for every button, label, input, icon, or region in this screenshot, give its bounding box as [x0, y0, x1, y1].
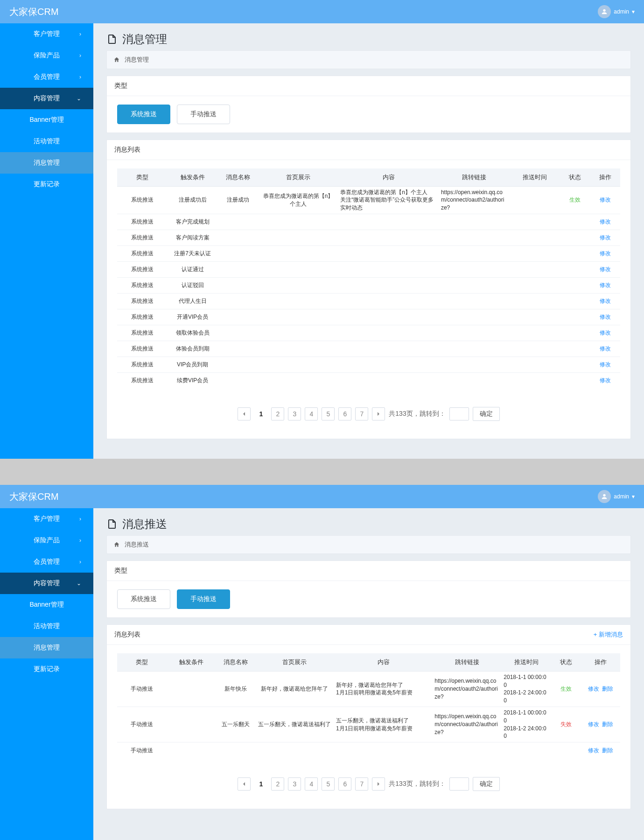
edit-link[interactable]: 修改 [600, 266, 611, 273]
type-panel-title: 类型 [107, 561, 630, 581]
sidebar: 客户管理› 保险产品› 会员管理› 内容管理⌄ Banner管理 活动管理 消息… [0, 23, 93, 459]
pager: 1234567共133页，跳转到：确定 [117, 388, 620, 430]
pager-total: 共133页，跳转到： [389, 410, 445, 418]
avatar-icon [598, 5, 611, 18]
user-menu[interactable]: admin ▾ [598, 490, 635, 503]
table-row: 系统推送注册7天未认证修改 [117, 245, 620, 261]
edit-link[interactable]: 修改 [600, 196, 611, 203]
chevron-right-icon: › [79, 31, 81, 37]
edit-link[interactable]: 修改 [600, 298, 611, 304]
nav-member[interactable]: 会员管理› [0, 66, 93, 88]
pager-page[interactable]: 3 [288, 407, 301, 420]
table-row: 系统推送客户阅读方案修改 [117, 230, 620, 245]
message-table: 类型 触发条件 消息名称 首页展示 内容 跳转链接 推送时间 状态 操作 手动推… [117, 653, 620, 758]
pager-page[interactable]: 6 [338, 407, 351, 420]
pager-page[interactable]: 2 [271, 777, 284, 791]
pager-next[interactable] [372, 777, 385, 791]
add-message-link[interactable]: + 新增消息 [594, 630, 623, 639]
main: 消息推送 消息推送 类型 系统推送 手动推送 消息列表 + 新增消息 [93, 508, 644, 840]
pager-page[interactable]: 5 [322, 407, 335, 420]
pager-page[interactable]: 4 [305, 777, 318, 791]
tab-manual-push[interactable]: 手动推送 [177, 589, 230, 609]
edit-link[interactable]: 修改 [588, 686, 599, 692]
edit-link[interactable]: 修改 [600, 329, 611, 336]
subnav-activity[interactable]: 活动管理 [0, 131, 93, 152]
nav-content[interactable]: 内容管理⌄ [0, 88, 93, 109]
nav-content[interactable]: 内容管理⌄ [0, 573, 93, 594]
edit-link[interactable]: 修改 [600, 345, 611, 352]
pager-page[interactable]: 7 [355, 407, 368, 420]
pager-page[interactable]: 2 [271, 407, 284, 420]
list-panel-title: 消息列表 [114, 630, 140, 639]
chevron-down-icon: ⌄ [77, 95, 81, 102]
tab-system-push[interactable]: 系统推送 [117, 589, 170, 609]
user-menu[interactable]: admin ▾ [598, 5, 635, 18]
table-row: 手动推送五一乐翻天五一乐翻天，微诺葛送福利了五一乐翻天，微诺葛送福利了1月1日前… [117, 707, 620, 742]
pager-jump-input[interactable] [449, 407, 469, 420]
pager-page[interactable]: 3 [288, 777, 301, 791]
edit-link[interactable]: 修改 [600, 218, 611, 225]
nav-customer[interactable]: 客户管理› [0, 23, 93, 45]
subnav-changelog[interactable]: 更新记录 [0, 658, 93, 680]
pager-confirm[interactable]: 确定 [473, 777, 500, 791]
nav-insurance[interactable]: 保险产品› [0, 530, 93, 551]
subnav-banner[interactable]: Banner管理 [0, 109, 93, 131]
edit-link[interactable]: 修改 [600, 234, 611, 241]
chevron-right-icon: › [79, 52, 81, 59]
col-content: 内容 [334, 653, 433, 671]
type-panel-title: 类型 [107, 76, 630, 96]
svg-point-0 [603, 9, 606, 12]
subnav-changelog[interactable]: 更新记录 [0, 174, 93, 195]
subnav-activity[interactable]: 活动管理 [0, 616, 93, 637]
page-title: 消息推送 [106, 517, 631, 532]
edit-link[interactable]: 修改 [588, 747, 599, 754]
brand: 大家保CRM [9, 490, 59, 503]
list-panel-title: 消息列表 [107, 140, 630, 160]
edit-link[interactable]: 修改 [600, 250, 611, 257]
delete-link[interactable]: 删除 [602, 747, 613, 754]
table-row: 手动推送新年快乐新年好，微诺葛给您拜年了新年好，微诺葛给您拜年了1月1日前聘用微… [117, 671, 620, 707]
col-op: 操作 [581, 653, 620, 671]
list-panel: 消息列表 类型 触发条件 消息名称 首页展示 内容 跳转链接 推送时间 状态 [106, 140, 631, 439]
subnav-message[interactable]: 消息管理 [0, 637, 93, 658]
pager-confirm[interactable]: 确定 [473, 407, 500, 421]
list-panel: 消息列表 + 新增消息 类型 触发条件 消息名称 首页展示 内容 跳转链接 [106, 624, 631, 809]
col-trigger: 触发条件 [168, 168, 218, 186]
home-icon [113, 56, 120, 63]
username: admin [614, 8, 629, 15]
caret-down-icon: ▾ [632, 493, 635, 500]
nav-member[interactable]: 会员管理› [0, 551, 93, 573]
delete-link[interactable]: 删除 [602, 721, 613, 728]
table-row: 系统推送认证驳回修改 [117, 277, 620, 293]
col-type: 类型 [117, 168, 168, 186]
nav-customer[interactable]: 客户管理› [0, 508, 93, 530]
tab-manual-push[interactable]: 手动推送 [177, 105, 230, 124]
edit-link[interactable]: 修改 [600, 361, 611, 368]
table-row: 系统推送体验会员到期修改 [117, 341, 620, 357]
edit-link[interactable]: 修改 [588, 721, 599, 728]
pager-page: 1 [254, 407, 267, 420]
delete-link[interactable]: 删除 [602, 686, 613, 692]
chevron-right-icon: › [79, 516, 81, 522]
col-content: 内容 [338, 168, 439, 186]
nav-insurance[interactable]: 保险产品› [0, 45, 93, 66]
tab-system-push[interactable]: 系统推送 [117, 105, 170, 124]
edit-link[interactable]: 修改 [600, 314, 611, 320]
page-title: 消息管理 [106, 32, 631, 47]
pager-next[interactable] [372, 407, 385, 420]
subnav-message[interactable]: 消息管理 [0, 152, 93, 174]
pager-prev[interactable] [238, 407, 251, 420]
pager-page[interactable]: 7 [355, 777, 368, 791]
edit-link[interactable]: 修改 [600, 377, 611, 384]
pager-page[interactable]: 4 [305, 407, 318, 420]
col-home: 首页展示 [258, 168, 338, 186]
pager-jump-input[interactable] [449, 777, 469, 791]
edit-link[interactable]: 修改 [600, 282, 611, 288]
svg-point-1 [603, 494, 606, 497]
pager-page[interactable]: 6 [338, 777, 351, 791]
pager-prev[interactable] [238, 777, 251, 791]
pager-page[interactable]: 5 [322, 777, 335, 791]
table-row: 系统推送开通VIP会员修改 [117, 309, 620, 325]
subnav-banner[interactable]: Banner管理 [0, 594, 93, 616]
sidebar: 客户管理› 保险产品› 会员管理› 内容管理⌄ Banner管理 活动管理 消息… [0, 508, 93, 840]
